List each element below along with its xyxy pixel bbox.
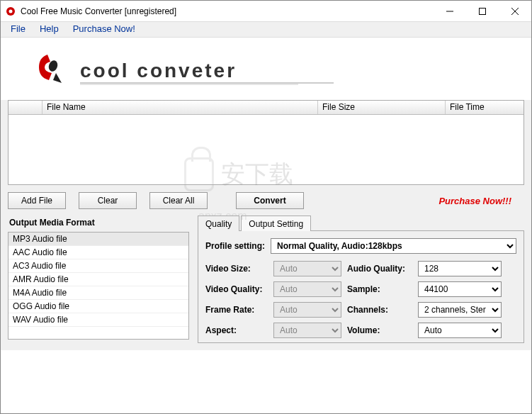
format-item-mp3[interactable]: MP3 Audio file	[9, 233, 188, 246]
video-size-label: Video Size:	[205, 264, 271, 274]
tab-content-quality: Profile setting: Normal Quality, Audio:1…	[198, 230, 524, 343]
menu-purchase[interactable]: Purchase Now!	[66, 22, 142, 37]
format-item-wav[interactable]: WAV Audio file	[9, 313, 188, 327]
svg-rect-3	[480, 8, 486, 14]
titlebar: Cool Free Music Converter [unregistered]	[1, 1, 531, 22]
video-quality-label: Video Quality:	[205, 284, 271, 294]
frame-rate-label: Frame Rate:	[205, 305, 271, 315]
add-file-button[interactable]: Add File	[8, 192, 66, 209]
menu-help[interactable]: Help	[33, 22, 66, 37]
channels-select[interactable]: 2 channels, Ster	[418, 302, 502, 318]
tab-quality[interactable]: Quality	[198, 216, 239, 231]
logo: cool conveter	[29, 50, 334, 87]
maximize-button[interactable]	[466, 1, 499, 22]
minimize-button[interactable]	[434, 1, 466, 22]
audio-quality-select[interactable]: 128	[418, 261, 502, 276]
file-table-body[interactable]	[9, 115, 523, 184]
format-item-m4a[interactable]: M4A Audio file	[9, 286, 188, 300]
window-controls	[434, 1, 531, 22]
lower-area: Output Media Format MP3 Audio file AAC A…	[8, 215, 524, 350]
output-format-panel: Output Media Format MP3 Audio file AAC A…	[8, 215, 189, 343]
col-filesize[interactable]: File Size	[318, 101, 446, 114]
format-item-amr[interactable]: AMR Audio file	[9, 273, 188, 286]
file-table: File Name File Size File Time	[8, 100, 524, 185]
profile-label: Profile setting:	[205, 241, 271, 251]
clear-button[interactable]: Clear	[79, 192, 137, 209]
profile-select[interactable]: Normal Quality, Audio:128kbps	[271, 238, 516, 254]
logo-text: cool conveter	[80, 60, 237, 82]
app-icon	[5, 6, 16, 17]
sample-label: Sample:	[347, 284, 415, 294]
video-quality-select[interactable]: Auto	[273, 281, 341, 297]
convert-button[interactable]: Convert	[236, 192, 304, 209]
col-index[interactable]	[9, 101, 43, 114]
format-item-ac3[interactable]: AC3 Audio file	[9, 259, 188, 273]
format-item-ogg[interactable]: OGG Audio file	[9, 300, 188, 313]
format-list[interactable]: MP3 Audio file AAC Audio file AC3 Audio …	[8, 232, 189, 340]
format-item-aac[interactable]: AAC Audio file	[9, 246, 188, 259]
svg-point-1	[9, 9, 13, 13]
window-title: Cool Free Music Converter [unregistered]	[21, 6, 434, 16]
logo-area: cool conveter	[1, 38, 531, 97]
volume-select[interactable]: Auto	[418, 323, 502, 338]
video-size-select[interactable]: Auto	[273, 261, 341, 276]
close-button[interactable]	[499, 1, 531, 22]
menubar: File Help Purchase Now!	[1, 22, 531, 38]
settings-grid: Video Size: Auto Audio Quality: 128 Vide…	[205, 261, 516, 338]
settings-tabs: Quality Output Setting	[198, 215, 524, 230]
col-filetime[interactable]: File Time	[446, 101, 523, 114]
col-filename[interactable]: File Name	[43, 101, 318, 114]
settings-panel: Quality Output Setting Profile setting: …	[198, 215, 524, 343]
output-format-title: Output Media Format	[8, 215, 189, 232]
volume-label: Volume:	[347, 325, 415, 335]
sample-select[interactable]: 44100	[418, 281, 502, 297]
main-content: File Name File Size File Time Add File C…	[1, 100, 531, 350]
clear-all-button[interactable]: Clear All	[149, 192, 208, 209]
aspect-label: Aspect:	[205, 325, 271, 335]
profile-row: Profile setting: Normal Quality, Audio:1…	[205, 238, 516, 254]
button-row: Add File Clear Clear All Convert Purchas…	[8, 185, 524, 215]
purchase-now-link[interactable]: Purchase Now!!!	[438, 196, 511, 206]
frame-rate-select[interactable]: Auto	[273, 302, 341, 318]
channels-label: Channels:	[347, 305, 415, 315]
audio-quality-label: Audio Quality:	[347, 264, 415, 274]
aspect-select[interactable]: Auto	[273, 323, 341, 338]
menu-file[interactable]: File	[4, 22, 33, 37]
tab-output-setting[interactable]: Output Setting	[241, 216, 311, 231]
file-table-header: File Name File Size File Time	[9, 101, 523, 115]
